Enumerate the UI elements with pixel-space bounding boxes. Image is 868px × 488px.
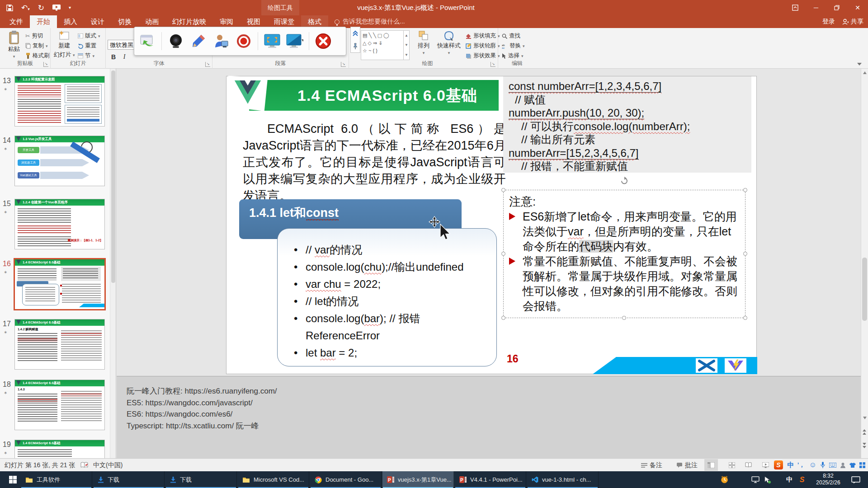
copy-button[interactable]: 复制▾ <box>25 42 48 50</box>
reading-view-icon[interactable] <box>741 459 755 471</box>
thumb-box[interactable]: 1.2.4 创建第一个Vue单页程序 案例演示：【例1-1、1-2】 <box>14 199 105 249</box>
ime-chinese-mode-icon[interactable]: 中 <box>786 460 795 469</box>
thumbnail-scrollbar[interactable] <box>110 69 116 458</box>
tab-视图[interactable]: 视图 <box>240 15 267 28</box>
slide-thumbnail-19[interactable]: 19 ✶ 1.4 ECMAScript 6.0基础 <box>0 440 116 458</box>
find-button[interactable]: 查找 <box>502 32 520 40</box>
slide-title-banner[interactable]: 1.4 ECMAScript 6.0基础 <box>249 80 499 111</box>
presenter-icon[interactable] <box>212 33 230 50</box>
taskbar-item-3[interactable]: 下载 <box>165 471 237 488</box>
code-callout-box[interactable]: •// var的情况•console.log(chu);//输出undefine… <box>277 228 497 366</box>
arrange-button[interactable]: 排列▾ <box>413 31 434 55</box>
thumb-box[interactable]: 1.2.3 环境配置示意图 <box>14 76 105 127</box>
tray-ime-indicator[interactable]: 中 <box>784 471 795 488</box>
thumb-box[interactable]: 1.4 ECMAScript 6.0基础1.4.3 <box>14 380 105 430</box>
thumbnail-scrollbar-thumb[interactable] <box>111 70 115 283</box>
section-button[interactable]: 节▾ <box>78 52 94 60</box>
expand-up-icon[interactable] <box>351 27 360 40</box>
clock[interactable]: 8:32 2025/2/26 <box>812 473 844 486</box>
taskbar-item-4[interactable]: Microsoft VS Cod... <box>238 471 309 488</box>
selection-handle[interactable] <box>622 316 626 320</box>
shape-outline-button[interactable]: 形状轮廓▾ <box>466 42 500 50</box>
font-dialog-launcher-icon[interactable]: ↘ <box>205 62 210 67</box>
thumb-box[interactable]: 1.4 ECMAScript 6.0基础1.4.2 解构赋值 <box>14 319 105 370</box>
close-button[interactable]: ✕ <box>847 0 868 15</box>
tray-sogou-icon[interactable]: S <box>797 471 807 488</box>
redo-icon[interactable]: ↻ <box>38 4 44 12</box>
tab-审阅[interactable]: 审阅 <box>213 15 240 28</box>
sign-in-link[interactable]: 登录 <box>822 18 835 26</box>
selection-handle[interactable] <box>743 252 747 256</box>
ime-toolbox-person-icon[interactable] <box>838 460 847 469</box>
normal-view-icon[interactable] <box>704 459 718 471</box>
slide-thumbnail-15[interactable]: 15 ✶ 1.2.4 创建第一个Vue单页程序 案例演示：【例1-1、1-2】 <box>0 199 116 253</box>
taskbar-item-5[interactable]: Document - Goo... <box>310 471 382 488</box>
previous-slide-icon[interactable] <box>863 428 867 435</box>
scrollbar-thumb[interactable] <box>862 258 867 321</box>
start-button[interactable] <box>5 471 21 488</box>
thumb-box[interactable]: 1.4 ECMAScript 6.0基础 <box>14 258 106 310</box>
comments-toggle[interactable]: 批注 <box>676 459 698 471</box>
gallery-scroll-icons[interactable]: ▲▼▼ <box>403 31 409 60</box>
ime-emoji-icon[interactable]: ☺ <box>808 460 817 469</box>
new-slide-button[interactable]: 新建 幻灯片 ▾ <box>53 31 75 59</box>
select-button[interactable]: 选择▾ <box>502 52 524 60</box>
ime-mic-icon[interactable] <box>818 460 827 469</box>
tab-幻灯片放映[interactable]: 幻灯片放映 <box>165 15 213 28</box>
share-button[interactable]: 共享 <box>842 18 863 26</box>
tab-切换[interactable]: 切换 <box>111 15 138 28</box>
fullscreen-capture-icon[interactable] <box>264 33 281 50</box>
vertical-scrollbar[interactable] <box>861 69 868 458</box>
layout-button[interactable]: 版式▾ <box>78 32 100 40</box>
tell-me-box[interactable]: 告诉我您想要做什么... <box>335 15 405 28</box>
format-painter-button[interactable]: 格式刷 <box>25 52 50 60</box>
tab-格式[interactable]: 格式 <box>301 15 328 28</box>
ribbon-display-options-icon[interactable] <box>785 0 806 15</box>
language-indicator[interactable]: 中文(中国) <box>93 459 123 471</box>
taskbar-item-2[interactable]: 下载 <box>93 471 165 488</box>
region-capture-icon[interactable] <box>286 33 303 50</box>
tab-雨课堂[interactable]: 雨课堂 <box>267 15 301 28</box>
minimize-button[interactable]: ─ <box>806 0 826 15</box>
notes-toggle[interactable]: 备注 <box>641 459 662 471</box>
sogou-ime-icon[interactable]: S <box>774 460 783 469</box>
drawing-dialog-launcher-icon[interactable]: ↘ <box>491 62 495 67</box>
shape-effects-button[interactable]: 形状效果▾ <box>466 52 500 60</box>
rotate-handle-icon[interactable] <box>620 177 629 185</box>
slide-thumbnail-16[interactable]: 16 ✶ 1.4 ECMAScript 6.0基础 <box>0 259 116 313</box>
tray-pointer-icon[interactable] <box>761 471 773 488</box>
stop-close-button[interactable] <box>315 33 332 50</box>
quick-styles-button[interactable]: 快速样式▾ <box>435 31 463 55</box>
tab-设计[interactable]: 设计 <box>84 15 111 28</box>
slide-canvas[interactable]: 1.4 ECMAScript 6.0基础 ECMAScript 6.0（以下简称… <box>226 76 757 374</box>
taskbar-item-6[interactable]: Pvuejs3.x-第1章Vue... <box>382 471 454 488</box>
next-slide-icon[interactable] <box>863 442 867 448</box>
record-button[interactable] <box>235 33 252 50</box>
taskbar-item-7[interactable]: PV4.4.1 - PowerPoi... <box>455 471 526 488</box>
slide-thumbnail-18[interactable]: 18 ✶ 1.4 ECMAScript 6.0基础1.4.3 <box>0 380 116 434</box>
selection-handle[interactable] <box>501 188 505 192</box>
webcam-icon[interactable] <box>167 33 184 50</box>
slide-paragraph[interactable]: ECMAScript 6.0（以下简称 ES6）是JavaScript语言的下一… <box>243 121 506 204</box>
save-icon[interactable] <box>6 5 13 11</box>
notes-pane[interactable]: 阮一峰入门教程: https://es6.ruanyifeng.com/ES5:… <box>117 376 861 458</box>
selection-handle[interactable] <box>743 188 747 192</box>
reset-button[interactable]: 重置 <box>78 42 96 50</box>
recorder-back-icon[interactable] <box>139 33 156 50</box>
slide-sorter-view-icon[interactable] <box>725 459 739 471</box>
tray-display-icon[interactable] <box>750 471 761 488</box>
ime-punctuation-icon[interactable]: ’， <box>797 460 806 469</box>
scroll-up-icon[interactable] <box>863 71 867 74</box>
slideshow-view-icon[interactable] <box>759 459 772 471</box>
taskbar-item-1[interactable]: 工具软件 <box>21 471 92 488</box>
customize-qat-icon[interactable]: ▾ <box>69 5 71 10</box>
ime-keyboard-icon[interactable] <box>828 460 837 469</box>
slide-thumbnail-13[interactable]: 13 ✶ 1.2.3 环境配置示意图 <box>0 76 116 130</box>
shape-fill-button[interactable]: 形状填充▾ <box>466 32 500 40</box>
pin-icon[interactable] <box>351 40 360 52</box>
scroll-down-icon[interactable] <box>863 417 867 419</box>
replace-button[interactable]: abac替换▾ <box>502 42 525 50</box>
shapes-gallery[interactable]: ▤ ╲ ╲ ▢ ◯△ ◇ ⇒ ⇓☆ ~ { } ▲▼▼ <box>361 30 410 60</box>
taskbar-item-8[interactable]: vue-1-3.html - ch... <box>527 471 599 488</box>
pencil-icon[interactable] <box>190 33 207 50</box>
